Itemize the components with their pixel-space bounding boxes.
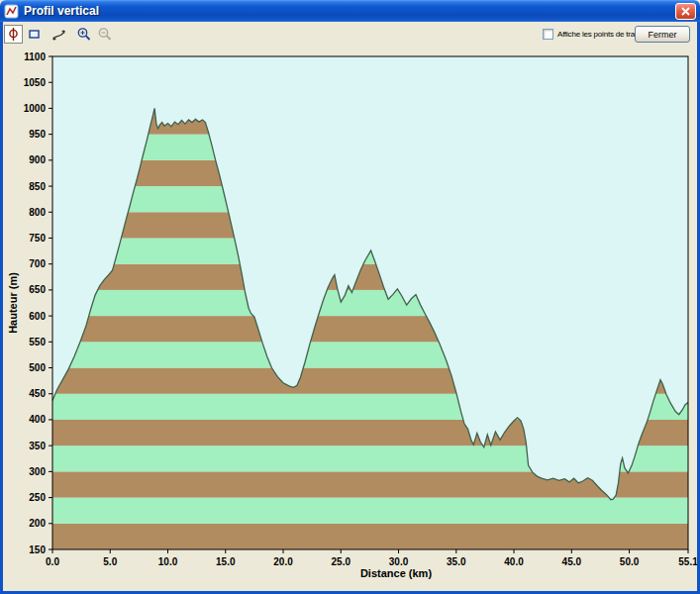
titlebar[interactable]: Profil vertical: [0, 0, 700, 22]
svg-text:600: 600: [29, 311, 46, 322]
svg-text:750: 750: [29, 233, 46, 244]
svg-text:300: 300: [29, 466, 46, 477]
close-button[interactable]: [675, 3, 696, 20]
elevation-profile-chart[interactable]: 1502002503003504004505005506006507007508…: [0, 0, 700, 594]
svg-text:650: 650: [29, 284, 46, 295]
rectangle-icon: [27, 27, 42, 42]
svg-text:550: 550: [29, 337, 46, 347]
svg-text:45.0: 45.0: [562, 556, 582, 567]
svg-text:250: 250: [29, 492, 46, 503]
svg-text:15.0: 15.0: [216, 556, 236, 567]
rectangle-tool-button[interactable]: [25, 25, 44, 44]
svg-text:20.0: 20.0: [273, 556, 293, 567]
pan-icon: [51, 27, 67, 43]
show-trace-points-label: Affiche les points de trace: [557, 30, 643, 39]
svg-text:0.0: 0.0: [46, 556, 59, 567]
svg-text:55.1: 55.1: [678, 556, 698, 567]
svg-text:1100: 1100: [24, 51, 46, 62]
svg-text:400: 400: [29, 414, 46, 425]
fermer-button[interactable]: Fermer: [635, 26, 690, 43]
svg-text:900: 900: [29, 154, 46, 165]
zoom-in-button[interactable]: [74, 25, 93, 44]
close-icon: [681, 7, 690, 16]
zoom-out-button[interactable]: [95, 25, 114, 44]
svg-text:800: 800: [29, 207, 46, 218]
profile-tool-button[interactable]: [4, 25, 23, 44]
svg-text:Distance (km): Distance (km): [360, 567, 432, 579]
svg-text:25.0: 25.0: [332, 556, 351, 567]
svg-text:30.0: 30.0: [389, 556, 409, 567]
svg-text:35.0: 35.0: [447, 556, 466, 567]
svg-text:Hauteur (m): Hauteur (m): [7, 272, 19, 334]
profile-tool-icon: [6, 27, 21, 42]
pan-tool-button[interactable]: [50, 25, 68, 44]
svg-text:450: 450: [29, 388, 46, 399]
svg-text:350: 350: [29, 441, 46, 451]
show-trace-points-checkbox[interactable]: [543, 29, 553, 40]
svg-text:50.0: 50.0: [620, 556, 640, 567]
svg-text:500: 500: [29, 362, 46, 373]
window-border-left: [0, 22, 3, 594]
zoom-out-icon: [97, 27, 113, 43]
svg-text:40.0: 40.0: [504, 556, 524, 567]
toolbar: [4, 25, 114, 45]
app-icon: [4, 4, 19, 19]
svg-text:1000: 1000: [24, 103, 47, 114]
svg-text:5.0: 5.0: [103, 556, 117, 567]
svg-text:150: 150: [29, 544, 46, 555]
window: 1502002503003504004505005506006507007508…: [0, 0, 700, 594]
svg-text:1050: 1050: [24, 77, 47, 88]
svg-text:950: 950: [29, 129, 46, 140]
svg-text:850: 850: [29, 181, 46, 192]
svg-text:200: 200: [29, 518, 46, 529]
show-trace-points-control: Affiche les points de trace: [543, 29, 643, 40]
zoom-in-icon: [76, 27, 92, 43]
svg-text:700: 700: [29, 258, 46, 269]
svg-text:10.0: 10.0: [158, 556, 178, 567]
window-title: Profil vertical: [24, 4, 99, 18]
